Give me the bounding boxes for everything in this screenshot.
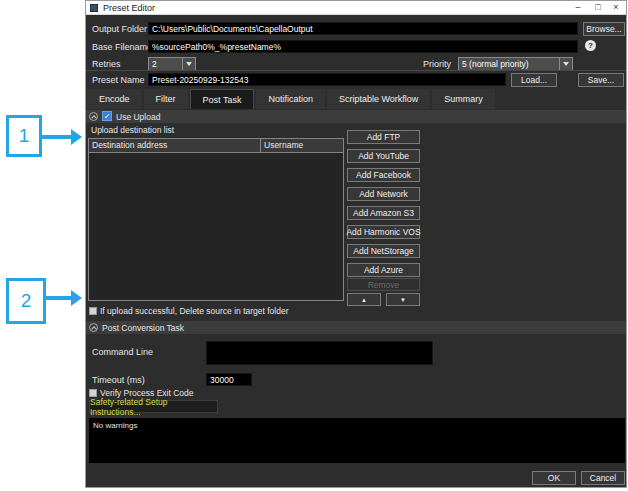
timeout-label: Timeout (ms) — [92, 375, 145, 385]
table-body-empty[interactable] — [89, 153, 343, 301]
callout-2-arrow — [46, 296, 71, 300]
callout-1: 1 — [6, 115, 42, 157]
preset-name-label: Preset Name — [92, 75, 145, 85]
tab-bar: Encode Filter Post Task Notification Scr… — [87, 89, 495, 109]
delete-source-label: If upload successful, Delete source in t… — [100, 306, 289, 316]
delete-source-checkbox[interactable] — [89, 307, 97, 315]
tab-filter[interactable]: Filter — [144, 89, 188, 109]
add-ftp-button[interactable]: Add FTP — [347, 130, 420, 144]
upload-destination-table: Destination address Username — [88, 138, 344, 301]
use-upload-label: Use Upload — [116, 112, 160, 122]
use-upload-checkbox[interactable]: ✓ — [102, 111, 112, 121]
app-icon — [90, 4, 98, 12]
close-icon[interactable]: × — [608, 1, 624, 14]
command-line-input[interactable] — [206, 341, 433, 365]
add-netstorage-button[interactable]: Add NetStorage — [347, 244, 420, 258]
divider — [86, 70, 626, 71]
warnings-box: No warnings — [89, 418, 625, 463]
callout-1-number: 1 — [19, 125, 30, 147]
maximize-icon[interactable]: □ — [590, 1, 606, 14]
collapse-chevron-icon[interactable] — [89, 323, 98, 332]
callout-1-arrowhead-icon — [71, 129, 82, 145]
tab-summary[interactable]: Summary — [432, 89, 495, 109]
post-conversion-label: Post Conversion Task — [102, 323, 184, 333]
callout-2-arrowhead-icon — [71, 290, 82, 306]
window-title: Preset Editor — [103, 3, 155, 13]
screenshot-page: 1 2 Preset Editor – □ × Output Folder Br… — [0, 0, 628, 491]
tab-notification[interactable]: Notification — [256, 89, 325, 109]
priority-label: Priority — [423, 59, 451, 69]
cancel-button[interactable]: Cancel — [581, 471, 625, 485]
add-network-button[interactable]: Add Network — [347, 187, 420, 201]
dropdown-arrow-icon — [182, 58, 195, 70]
add-harmonic-vos-button[interactable]: Add Harmonic VOS — [347, 225, 420, 239]
callout-1-arrow — [42, 135, 71, 139]
add-azure-button[interactable]: Add Azure — [347, 263, 420, 277]
command-line-label: Command Line — [92, 347, 153, 357]
column-destination-address[interactable]: Destination address — [89, 139, 261, 152]
remove-button[interactable]: Remove — [347, 278, 420, 291]
collapse-chevron-icon[interactable] — [89, 112, 98, 121]
safety-instructions-button[interactable]: Safety-related Setup Instructions... — [89, 400, 218, 413]
output-folder-label: Output Folder — [92, 24, 147, 34]
move-up-button[interactable]: ▲ — [347, 293, 381, 306]
save-button[interactable]: Save... — [578, 73, 624, 87]
table-header: Destination address Username — [89, 139, 343, 153]
titlebar[interactable]: Preset Editor – □ × — [86, 1, 626, 15]
retries-dropdown[interactable]: 2 — [148, 57, 196, 71]
retries-label: Retries — [92, 59, 121, 69]
retries-value: 2 — [149, 58, 182, 70]
warnings-text: No warnings — [93, 421, 137, 430]
move-down-button[interactable]: ▼ — [386, 293, 420, 306]
dropdown-arrow-icon — [559, 58, 572, 70]
column-username[interactable]: Username — [261, 139, 343, 152]
preset-editor-window: Preset Editor – □ × Output Folder Browse… — [85, 0, 627, 488]
help-icon[interactable]: ? — [585, 40, 596, 51]
tab-encode[interactable]: Encode — [87, 89, 142, 109]
add-youtube-button[interactable]: Add YouTube — [347, 149, 420, 163]
priority-value: 5 (normal priority) — [459, 58, 559, 70]
use-upload-section-bar — [86, 110, 626, 123]
callout-2-number: 2 — [21, 290, 32, 312]
tab-scriptable-workflow[interactable]: Scriptable Workflow — [327, 89, 430, 109]
upload-destination-list-label: Upload destination list — [91, 125, 174, 135]
preset-name-input[interactable] — [148, 73, 506, 86]
timeout-input[interactable] — [206, 373, 252, 386]
minimize-icon[interactable]: – — [570, 1, 586, 14]
add-amazon-s3-button[interactable]: Add Amazon S3 — [347, 206, 420, 220]
callout-2: 2 — [6, 278, 46, 324]
base-filename-input[interactable] — [148, 40, 578, 53]
output-folder-input[interactable] — [148, 22, 578, 35]
tab-post-task[interactable]: Post Task — [190, 89, 255, 109]
ok-button[interactable]: OK — [532, 471, 576, 485]
load-button[interactable]: Load... — [511, 73, 557, 87]
priority-dropdown[interactable]: 5 (normal priority) — [458, 57, 573, 71]
base-filename-label: Base Filename — [92, 42, 152, 52]
add-facebook-button[interactable]: Add Facebook — [347, 168, 420, 182]
browse-button[interactable]: Browse... — [583, 22, 625, 36]
